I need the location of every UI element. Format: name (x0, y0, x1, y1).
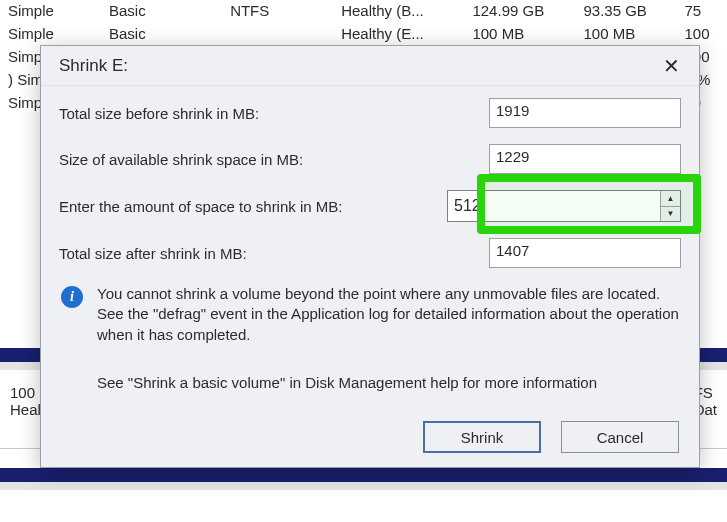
close-icon[interactable]: ✕ (657, 52, 685, 80)
info-paragraph-1: You cannot shrink a volume beyond the po… (97, 284, 681, 345)
info-icon: i (61, 286, 83, 308)
dialog-titlebar[interactable]: Shrink E: ✕ (41, 46, 699, 86)
spin-down-icon[interactable]: ▼ (661, 207, 680, 222)
table-row[interactable]: SimpleBasicNTFSHealthy (B...124.99 GB93.… (0, 0, 727, 23)
dialog-title: Shrink E: (59, 56, 128, 76)
available-space-value: 1229 (489, 144, 681, 174)
total-after-label: Total size after shrink in MB: (59, 245, 489, 262)
shrink-amount-input[interactable] (448, 191, 660, 221)
table-row[interactable]: SimpleBasicHealthy (E...100 MB100 MB100 (0, 23, 727, 46)
total-before-label: Total size before shrink in MB: (59, 105, 489, 122)
shrink-amount-field[interactable]: ▲ ▼ (447, 190, 681, 222)
shrink-button[interactable]: Shrink (423, 421, 541, 453)
cancel-button[interactable]: Cancel (561, 421, 679, 453)
total-before-value: 1919 (489, 98, 681, 128)
total-after-value: 1407 (489, 238, 681, 268)
shrink-amount-label: Enter the amount of space to shrink in M… (59, 198, 447, 215)
shrink-volume-dialog: Shrink E: ✕ Total size before shrink in … (40, 45, 700, 468)
available-space-label: Size of available shrink space in MB: (59, 151, 489, 168)
spin-up-icon[interactable]: ▲ (661, 191, 680, 207)
info-paragraph-2: See "Shrink a basic volume" in Disk Mana… (97, 373, 681, 393)
